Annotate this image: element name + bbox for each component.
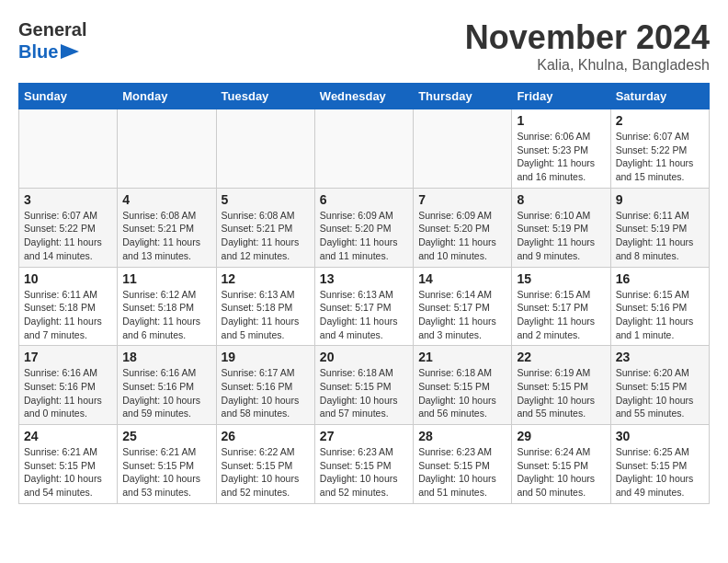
day-number: 18: [122, 350, 210, 364]
day-number: 17: [24, 350, 112, 364]
calendar-cell: 25Sunrise: 6:21 AM Sunset: 5:15 PM Dayli…: [118, 425, 216, 504]
calendar-cell: 3Sunrise: 6:07 AM Sunset: 5:22 PM Daylig…: [19, 188, 118, 267]
calendar-cell: 6Sunrise: 6:09 AM Sunset: 5:20 PM Daylig…: [314, 188, 413, 267]
calendar-cell: [118, 109, 216, 189]
day-number: 28: [418, 429, 506, 443]
header-tuesday: Tuesday: [216, 84, 314, 109]
header-monday: Monday: [118, 84, 216, 109]
day-info: Sunrise: 6:11 AM Sunset: 5:19 PM Dayligh…: [616, 209, 704, 263]
calendar-cell: 26Sunrise: 6:22 AM Sunset: 5:15 PM Dayli…: [216, 425, 314, 504]
logo-blue-text: Blue: [18, 40, 86, 63]
day-number: 9: [616, 192, 704, 207]
calendar-cell: 9Sunrise: 6:11 AM Sunset: 5:19 PM Daylig…: [610, 188, 709, 267]
calendar-cell: 23Sunrise: 6:20 AM Sunset: 5:15 PM Dayli…: [610, 346, 709, 425]
calendar-cell: 30Sunrise: 6:25 AM Sunset: 5:15 PM Dayli…: [610, 425, 709, 504]
day-number: 25: [122, 429, 210, 443]
day-number: 11: [122, 271, 210, 286]
day-info: Sunrise: 6:25 AM Sunset: 5:15 PM Dayligh…: [616, 445, 704, 500]
week-row-5: 24Sunrise: 6:21 AM Sunset: 5:15 PM Dayli…: [19, 425, 710, 504]
calendar-cell: [19, 109, 118, 189]
day-info: Sunrise: 6:12 AM Sunset: 5:18 PM Dayligh…: [122, 288, 210, 342]
week-row-4: 17Sunrise: 6:16 AM Sunset: 5:16 PM Dayli…: [19, 346, 710, 425]
header-wednesday: Wednesday: [314, 84, 413, 109]
day-number: 26: [222, 429, 310, 443]
day-info: Sunrise: 6:23 AM Sunset: 5:15 PM Dayligh…: [320, 445, 408, 500]
day-number: 29: [517, 429, 605, 443]
day-number: 24: [24, 429, 112, 443]
day-info: Sunrise: 6:16 AM Sunset: 5:16 PM Dayligh…: [122, 366, 210, 420]
day-info: Sunrise: 6:09 AM Sunset: 5:20 PM Dayligh…: [320, 209, 408, 263]
logo-arrow-icon: [61, 44, 79, 59]
week-row-2: 3Sunrise: 6:07 AM Sunset: 5:22 PM Daylig…: [19, 188, 710, 267]
calendar-cell: 17Sunrise: 6:16 AM Sunset: 5:16 PM Dayli…: [19, 346, 118, 425]
day-info: Sunrise: 6:23 AM Sunset: 5:15 PM Dayligh…: [418, 445, 506, 500]
calendar-cell: [216, 109, 314, 189]
day-number: 7: [418, 192, 506, 207]
svg-marker-0: [61, 44, 79, 59]
calendar-header-row: SundayMondayTuesdayWednesdayThursdayFrid…: [19, 84, 710, 109]
day-number: 22: [517, 350, 605, 364]
day-info: Sunrise: 6:13 AM Sunset: 5:18 PM Dayligh…: [222, 288, 310, 342]
day-info: Sunrise: 6:15 AM Sunset: 5:17 PM Dayligh…: [517, 288, 605, 342]
calendar-cell: 28Sunrise: 6:23 AM Sunset: 5:15 PM Dayli…: [414, 425, 512, 504]
calendar-cell: 13Sunrise: 6:13 AM Sunset: 5:17 PM Dayli…: [314, 267, 413, 346]
day-number: 3: [24, 192, 112, 207]
calendar-cell: 16Sunrise: 6:15 AM Sunset: 5:16 PM Dayli…: [610, 267, 709, 346]
calendar-cell: 15Sunrise: 6:15 AM Sunset: 5:17 PM Dayli…: [512, 267, 610, 346]
calendar-cell: 7Sunrise: 6:09 AM Sunset: 5:20 PM Daylig…: [414, 188, 512, 267]
day-info: Sunrise: 6:21 AM Sunset: 5:15 PM Dayligh…: [24, 445, 112, 500]
calendar-cell: 24Sunrise: 6:21 AM Sunset: 5:15 PM Dayli…: [19, 425, 118, 504]
day-number: 21: [418, 350, 506, 364]
day-number: 5: [222, 192, 310, 207]
calendar-cell: 19Sunrise: 6:17 AM Sunset: 5:16 PM Dayli…: [216, 346, 314, 425]
day-number: 4: [122, 192, 210, 207]
calendar-cell: 8Sunrise: 6:10 AM Sunset: 5:19 PM Daylig…: [512, 188, 610, 267]
day-number: 15: [517, 271, 605, 286]
day-info: Sunrise: 6:14 AM Sunset: 5:17 PM Dayligh…: [418, 288, 506, 342]
day-info: Sunrise: 6:18 AM Sunset: 5:15 PM Dayligh…: [418, 366, 506, 420]
day-number: 12: [222, 271, 310, 286]
day-number: 20: [320, 350, 408, 364]
day-number: 6: [320, 192, 408, 207]
calendar-cell: 27Sunrise: 6:23 AM Sunset: 5:15 PM Dayli…: [314, 425, 413, 504]
day-info: Sunrise: 6:22 AM Sunset: 5:15 PM Dayligh…: [222, 445, 310, 500]
calendar-cell: [414, 109, 512, 189]
logo-container: General Blue: [18, 18, 86, 63]
day-info: Sunrise: 6:08 AM Sunset: 5:21 PM Dayligh…: [222, 209, 310, 263]
logo-text-block: General Blue: [18, 18, 86, 63]
day-info: Sunrise: 6:07 AM Sunset: 5:22 PM Dayligh…: [24, 209, 112, 263]
day-info: Sunrise: 6:24 AM Sunset: 5:15 PM Dayligh…: [517, 445, 605, 500]
calendar-cell: [314, 109, 413, 189]
calendar-cell: 4Sunrise: 6:08 AM Sunset: 5:21 PM Daylig…: [118, 188, 216, 267]
month-title: November 2024: [465, 18, 710, 57]
location: Kalia, Khulna, Bangladesh: [465, 57, 710, 74]
day-info: Sunrise: 6:15 AM Sunset: 5:16 PM Dayligh…: [616, 288, 704, 342]
day-number: 14: [418, 271, 506, 286]
day-number: 13: [320, 271, 408, 286]
calendar-cell: 12Sunrise: 6:13 AM Sunset: 5:18 PM Dayli…: [216, 267, 314, 346]
header-sunday: Sunday: [19, 84, 118, 109]
day-number: 16: [616, 271, 704, 286]
day-number: 10: [24, 271, 112, 286]
day-info: Sunrise: 6:17 AM Sunset: 5:16 PM Dayligh…: [222, 366, 310, 420]
calendar-cell: 18Sunrise: 6:16 AM Sunset: 5:16 PM Dayli…: [118, 346, 216, 425]
day-number: 27: [320, 429, 408, 443]
header-thursday: Thursday: [414, 84, 512, 109]
day-number: 2: [616, 113, 704, 128]
day-info: Sunrise: 6:11 AM Sunset: 5:18 PM Dayligh…: [24, 288, 112, 342]
calendar-cell: 1Sunrise: 6:06 AM Sunset: 5:23 PM Daylig…: [512, 109, 610, 189]
day-info: Sunrise: 6:18 AM Sunset: 5:15 PM Dayligh…: [320, 366, 408, 420]
week-row-3: 10Sunrise: 6:11 AM Sunset: 5:18 PM Dayli…: [19, 267, 710, 346]
title-area: November 2024 Kalia, Khulna, Bangladesh: [465, 18, 710, 74]
logo: General Blue: [18, 18, 86, 63]
day-number: 19: [222, 350, 310, 364]
calendar-cell: 10Sunrise: 6:11 AM Sunset: 5:18 PM Dayli…: [19, 267, 118, 346]
day-info: Sunrise: 6:13 AM Sunset: 5:17 PM Dayligh…: [320, 288, 408, 342]
calendar-cell: 5Sunrise: 6:08 AM Sunset: 5:21 PM Daylig…: [216, 188, 314, 267]
calendar-cell: 20Sunrise: 6:18 AM Sunset: 5:15 PM Dayli…: [314, 346, 413, 425]
day-info: Sunrise: 6:07 AM Sunset: 5:22 PM Dayligh…: [616, 130, 704, 184]
calendar-table: SundayMondayTuesdayWednesdayThursdayFrid…: [18, 83, 710, 504]
calendar-cell: 22Sunrise: 6:19 AM Sunset: 5:15 PM Dayli…: [512, 346, 610, 425]
day-info: Sunrise: 6:09 AM Sunset: 5:20 PM Dayligh…: [418, 209, 506, 263]
calendar-cell: 11Sunrise: 6:12 AM Sunset: 5:18 PM Dayli…: [118, 267, 216, 346]
